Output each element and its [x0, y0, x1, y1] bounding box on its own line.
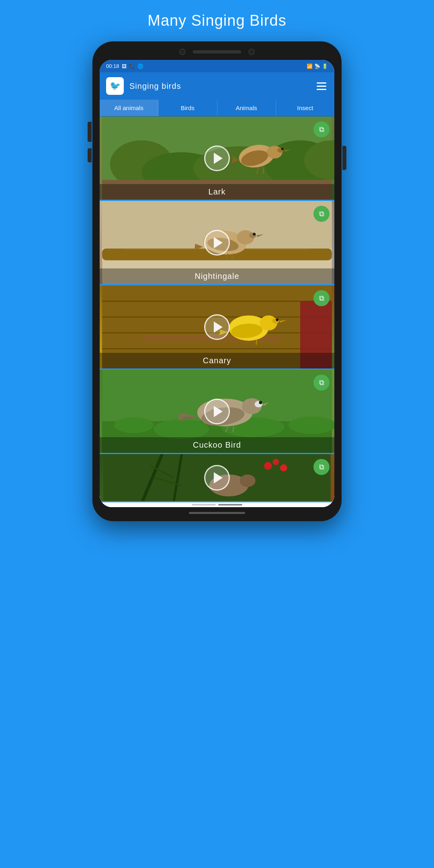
cuckoo-play-icon	[214, 406, 223, 417]
volume-buttons	[88, 122, 92, 162]
app-bar: 🐦 Singing birds	[100, 72, 334, 100]
canary-label: Canary	[100, 353, 334, 368]
hamburger-bar-2	[317, 86, 326, 87]
svg-point-49	[154, 419, 209, 439]
svg-point-74	[280, 464, 287, 471]
scroll-dot-active	[218, 504, 242, 506]
bird-item-lark: ⧉ Lark	[100, 117, 334, 201]
bird-item-nightingale: ⧉ Nightingale	[100, 201, 334, 285]
category-tabs: All animals Birds Animals Insect	[100, 100, 334, 117]
nightingale-play-icon	[214, 237, 223, 248]
bird-item-canary: ⧉ Canary	[100, 285, 334, 370]
tab-insect[interactable]: Insect	[276, 100, 334, 116]
fifth-bird-copy-icon: ⧉	[319, 463, 324, 471]
phone-notch	[100, 49, 334, 55]
cuckoo-label: Cuckoo Bird	[100, 437, 334, 453]
cuckoo-play-button[interactable]	[204, 399, 230, 424]
nightingale-play-button[interactable]	[204, 230, 230, 256]
signal-icon: 📡	[314, 63, 320, 69]
cuckoo-background: ⧉ Cuckoo Bird	[100, 370, 334, 453]
tab-birds[interactable]: Birds	[158, 100, 217, 116]
status-right: 📶 📡 🔋	[307, 63, 328, 69]
svg-point-73	[272, 459, 279, 465]
nightingale-copy-button[interactable]: ⧉	[313, 206, 330, 222]
canary-copy-icon: ⧉	[319, 294, 324, 303]
canary-background: ⧉ Canary	[100, 285, 334, 368]
status-time: 00:18	[106, 63, 119, 69]
svg-point-40	[276, 318, 278, 321]
lark-background: ⧉ Lark	[100, 117, 334, 200]
canary-play-button[interactable]	[204, 314, 230, 340]
front-camera-right	[248, 49, 255, 55]
status-bar: 00:18 🖼 📞 🌐 📶 📡 🔋	[100, 60, 334, 72]
canary-copy-button[interactable]: ⧉	[313, 290, 330, 306]
volume-down-button[interactable]	[88, 148, 92, 162]
tab-animals[interactable]: Animals	[217, 100, 276, 116]
scroll-dot-1	[192, 504, 216, 506]
status-left: 00:18 🖼 📞 🌐	[106, 63, 143, 69]
lark-copy-icon: ⧉	[319, 125, 324, 134]
nightingale-copy-icon: ⧉	[319, 210, 324, 218]
nightingale-background: ⧉ Nightingale	[100, 201, 334, 284]
phone-status-icon: 📞	[129, 63, 135, 69]
bird-item-cuckoo: ⧉ Cuckoo Bird	[100, 370, 334, 454]
hamburger-bar-1	[317, 82, 326, 84]
svg-line-44	[256, 340, 257, 345]
bird-item-fifth: ⧉	[100, 454, 334, 502]
svg-point-11	[281, 148, 284, 150]
wifi-icon: 📶	[307, 63, 313, 69]
lark-play-icon	[214, 153, 223, 164]
photo-status-icon: 🖼	[122, 63, 127, 69]
bird-list: ⧉ Lark	[100, 117, 334, 502]
lark-play-button[interactable]	[204, 145, 230, 171]
cuckoo-copy-button[interactable]: ⧉	[313, 375, 330, 391]
power-button-area	[342, 146, 346, 170]
app-logo: 🐦	[106, 77, 124, 95]
fifth-bird-play-button[interactable]	[204, 465, 230, 491]
svg-point-24	[253, 233, 256, 235]
lark-label: Lark	[100, 184, 334, 200]
svg-point-51	[288, 416, 334, 434]
home-indicator[interactable]	[189, 512, 245, 514]
phone-screen: 00:18 🖼 📞 🌐 📶 📡 🔋 🐦 Singing birds	[100, 60, 334, 507]
fifth-bird-play-icon	[214, 472, 223, 483]
hamburger-bar-3	[317, 89, 326, 90]
canary-play-icon	[214, 321, 223, 333]
volume-up-button[interactable]	[88, 122, 92, 142]
power-button[interactable]	[342, 146, 346, 170]
app-title: Singing birds	[129, 82, 309, 91]
menu-button[interactable]	[315, 81, 328, 92]
svg-point-76	[240, 475, 256, 487]
fifth-bird-background: ⧉	[100, 454, 334, 501]
phone-frame: 00:18 🖼 📞 🌐 📶 📡 🔋 🐦 Singing birds	[92, 41, 342, 521]
page-title: Many Singing Birds	[147, 12, 286, 29]
phone-bottom	[100, 512, 334, 514]
lark-copy-button[interactable]: ⧉	[313, 121, 330, 137]
front-camera-left	[179, 49, 186, 55]
tab-all-animals[interactable]: All animals	[100, 100, 158, 116]
svg-point-48	[114, 417, 154, 433]
translate-status-icon: 🌐	[137, 63, 143, 69]
nightingale-label: Nightingale	[100, 268, 334, 284]
scroll-indicator	[100, 502, 334, 507]
svg-point-72	[264, 462, 272, 470]
earpiece	[193, 50, 241, 53]
battery-icon: 🔋	[322, 63, 328, 69]
fifth-bird-copy-button[interactable]: ⧉	[313, 459, 330, 475]
svg-point-61	[259, 401, 262, 404]
cuckoo-copy-icon: ⧉	[319, 379, 324, 387]
